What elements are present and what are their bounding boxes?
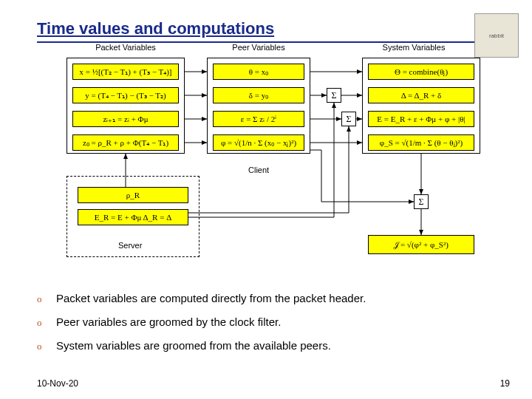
formula-peer-epsilon: ε = Σ zᵢ / 2ⁱ: [213, 111, 304, 127]
formula-rho: ρ_R: [78, 187, 188, 203]
formula-final: 𝒥 = √(φ² + φ_S²): [368, 235, 474, 254]
bullet-mark: o: [37, 293, 56, 305]
bullet-item: o System variables are groomed from the …: [37, 339, 495, 352]
footer-page: 19: [500, 378, 510, 389]
col-system: System Variables: [369, 43, 458, 52]
sigma-final: Σ: [414, 194, 429, 209]
formula-packet-x: x = ½[(T₂ − T₁) + (T₃ − T₄)]: [72, 64, 179, 80]
formula-peer-theta: θ = x₀: [213, 64, 304, 80]
footer-date: 10-Nov-20: [37, 378, 78, 389]
bullet-list: o Packet variables are computed directly…: [37, 292, 495, 363]
formula-peer-delta: δ = y₀: [213, 87, 304, 103]
formula-system-delta: Δ = Δ_R + δ: [368, 87, 474, 103]
formula-peer-phi: φ = √(1/n · Σ (x₀ − xⱼ)²): [213, 134, 304, 151]
bullet-text: System variables are groomed from the av…: [56, 339, 331, 352]
client-label: Client: [248, 166, 269, 174]
bullet-item: o Packet variables are computed directly…: [37, 292, 495, 305]
formula-packet-y: y = (T₄ − T₁) − (T₃ − T₂): [72, 87, 179, 103]
server-label: Server: [118, 241, 142, 250]
col-peer: Peer Variables: [214, 43, 303, 52]
diagram: Packet Variables Peer Variables System V…: [37, 43, 495, 279]
formula-er: E_R = E + Φμ Δ_R = Δ: [78, 209, 188, 225]
sigma-e: Σ: [341, 112, 356, 126]
page-title: Time values and computations: [37, 19, 495, 41]
formula-system-e: E = E_R + ε + Φμ + φ + |θ|: [368, 111, 474, 127]
bullet-mark: o: [37, 317, 56, 329]
formula-packet-z0: z₀ = ρ_R + ρ + Φ(T₄ − T₁): [72, 134, 179, 151]
bullet-mark: o: [37, 341, 56, 352]
formula-system-phis: φ_S = √(1/m · Σ (θ − θⱼ)²): [368, 134, 474, 151]
bullet-text: Peer variables are groomed by the clock …: [56, 316, 281, 328]
sigma-delta: Σ: [327, 88, 341, 103]
col-packet: Packet Variables: [81, 43, 170, 52]
bullet-item: o Peer variables are groomed by the cloc…: [37, 316, 495, 329]
bullet-text: Packet variables are computed directly f…: [56, 292, 366, 304]
formula-system-theta: Θ = combine(θⱼ): [368, 64, 474, 80]
formula-packet-z: zᵢ₊₁ = zᵢ + Φμ: [72, 111, 179, 127]
